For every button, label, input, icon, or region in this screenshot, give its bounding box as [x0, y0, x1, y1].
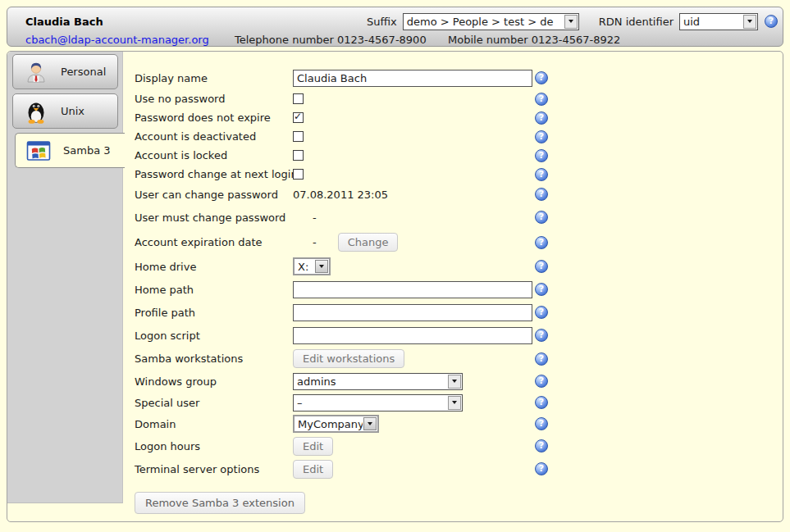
help-icon[interactable] [535, 188, 548, 201]
rdn-identifier-label: RDN identifier [599, 16, 674, 28]
field-label: User must change password [135, 211, 293, 224]
tab-label: Personal [61, 66, 106, 78]
form-row: Samba workstations Edit workstations [135, 347, 783, 371]
mobile-number: Mobile number 0123-4567-8922 [448, 34, 620, 46]
form-row: Account is deactivated [135, 127, 783, 146]
telephone-number: Telephone number 0123-4567-8900 [235, 34, 427, 46]
field-label: Samba workstations [135, 352, 293, 365]
user-must-change-password-value: - [313, 211, 317, 224]
logon-script-input[interactable] [293, 327, 532, 344]
password-does-not-expire-checkbox[interactable] [293, 112, 304, 123]
home-path-input[interactable] [293, 281, 532, 298]
tab-label: Samba 3 [63, 144, 111, 157]
home-drive-select[interactable]: X: [293, 257, 331, 275]
form-row: Display name [135, 66, 783, 89]
form-row: Special user – [135, 392, 783, 413]
help-icon[interactable] [535, 439, 548, 452]
remove-samba3-extension-button[interactable]: Remove Samba 3 extension [135, 492, 305, 514]
form-row: Password does not expire [135, 108, 783, 127]
edit-workstations-button[interactable]: Edit workstations [293, 349, 404, 368]
password-change-next-login-checkbox[interactable] [293, 169, 304, 180]
help-icon[interactable] [765, 15, 778, 28]
suffix-select[interactable]: demo > People > test > de [403, 13, 579, 30]
special-user-select[interactable]: – [293, 394, 463, 412]
domain-select[interactable]: MyCompany [293, 415, 379, 433]
form-row: Windows group admins [135, 371, 783, 392]
profile-path-input[interactable] [293, 304, 532, 321]
field-label: Terminal server options [135, 463, 293, 475]
field-label: User can change password [135, 189, 293, 201]
chevron-down-icon [564, 15, 578, 29]
form-row: Password change at next login [135, 165, 783, 184]
use-no-password-checkbox[interactable] [293, 93, 304, 104]
home-drive-selected-value: X: [295, 259, 314, 274]
help-icon[interactable] [535, 260, 548, 273]
help-icon[interactable] [535, 236, 548, 249]
help-icon[interactable] [535, 417, 548, 430]
person-icon [23, 59, 49, 85]
windows-logo-icon [25, 138, 52, 164]
form-row: Account is locked [135, 146, 783, 165]
help-icon[interactable] [535, 168, 548, 181]
account-locked-checkbox[interactable] [293, 150, 304, 161]
change-expiration-button[interactable]: Change [338, 233, 399, 252]
chevron-down-icon [315, 260, 328, 273]
terminal-server-edit-button[interactable]: Edit [293, 460, 333, 479]
form-row: Account expiration date - Change [135, 230, 783, 255]
help-icon[interactable] [535, 211, 548, 224]
form-row: User must change password - [135, 205, 783, 230]
logon-hours-edit-button[interactable]: Edit [293, 437, 333, 456]
display-name-input[interactable] [293, 70, 532, 87]
tab-personal[interactable]: Personal [12, 54, 118, 89]
field-label: Account expiration date [135, 236, 293, 248]
help-icon[interactable] [535, 71, 548, 84]
help-icon[interactable] [535, 130, 548, 143]
field-label: Profile path [135, 307, 293, 319]
suffix-selected-value: demo > People > test > de [404, 14, 564, 30]
help-icon[interactable] [535, 283, 548, 296]
field-label: Logon script [135, 330, 293, 342]
help-icon[interactable] [535, 352, 548, 366]
help-icon[interactable] [535, 111, 548, 125]
field-label: Domain [135, 418, 293, 430]
form-row: Remove Samba 3 extension [135, 492, 783, 514]
tab-unix[interactable]: Unix [12, 93, 118, 129]
form-row: Terminal server options Edit [135, 457, 783, 480]
chevron-down-icon [448, 396, 461, 410]
chevron-down-icon [448, 375, 461, 389]
field-label: Special user [135, 397, 293, 409]
rdn-identifier-select[interactable]: uid [679, 13, 758, 30]
tab-samba3[interactable]: Samba 3 [15, 133, 125, 168]
form-row: Profile path [135, 301, 783, 324]
rdn-selected-value: uid [680, 14, 742, 30]
help-icon[interactable] [535, 329, 548, 342]
header-contact-row: cbach@ldap-account-manager.org Telephone… [7, 34, 783, 48]
help-icon[interactable] [535, 396, 548, 409]
account-edit-panel: Personal Unix [7, 51, 783, 522]
form-row: Domain MyCompany [135, 413, 783, 434]
help-icon[interactable] [535, 306, 548, 319]
special-user-selected-value: – [294, 395, 447, 411]
account-header: Claudia Bach Suffix demo > People > test… [7, 7, 783, 47]
field-label: Logon hours [135, 440, 293, 452]
account-expiration-value: - [313, 236, 317, 248]
help-icon[interactable] [535, 149, 548, 162]
account-deactivated-checkbox[interactable] [293, 131, 304, 142]
help-icon[interactable] [535, 375, 548, 388]
user-can-change-password-value: 07.08.2011 23:05 [293, 189, 388, 201]
field-label: Password does not expire [135, 111, 293, 124]
domain-selected-value: MyCompany [295, 416, 363, 431]
form-row: Logon script [135, 324, 783, 347]
tab-label: Unix [61, 105, 84, 117]
field-label: Display name [135, 72, 293, 84]
field-label: Windows group [135, 375, 293, 388]
form-row: Use no password [135, 89, 783, 108]
page-title: Claudia Bach [25, 16, 103, 28]
email-link[interactable]: cbach@ldap-account-manager.org [25, 34, 209, 46]
form-row: Home drive X: [135, 255, 783, 278]
form-row: Home path [135, 278, 783, 301]
windows-group-select[interactable]: admins [293, 373, 463, 390]
help-icon[interactable] [535, 462, 548, 475]
tux-penguin-icon [23, 98, 49, 125]
help-icon[interactable] [535, 93, 548, 106]
